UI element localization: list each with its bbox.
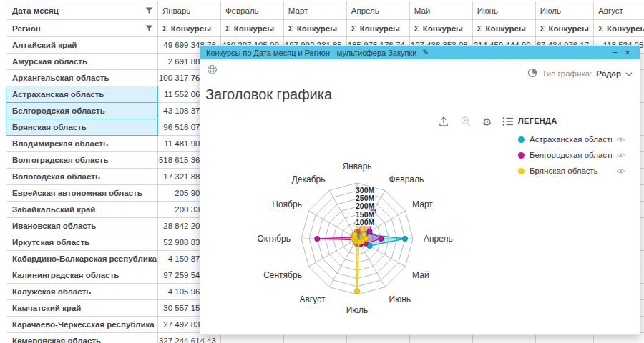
filter-icon[interactable]	[145, 25, 153, 32]
region-cell[interactable]: Еврейская автономная область	[6, 185, 158, 202]
radar-ring-label: 150M	[356, 210, 375, 219]
minimize-button[interactable]: –	[608, 46, 621, 59]
legend-item[interactable]: Брянская область	[518, 163, 625, 179]
region-cell[interactable]: Белгородская область	[6, 103, 158, 119]
radar-month-label: Апрель	[424, 234, 453, 244]
region-cell[interactable]: Кабардино-Балкарская республика	[6, 251, 158, 267]
visibility-eye-icon[interactable]	[616, 168, 625, 174]
region-cell[interactable]: Калининградская область	[6, 267, 158, 284]
radar-month-label: Июль	[346, 305, 369, 315]
legend-items: Астраханская областьБелгородская область…	[518, 131, 625, 179]
month-header[interactable]: Февраль	[220, 1, 283, 20]
measure-header-row: РегионΣКонкурсыΣКонкурсыΣКонкурсыΣКонкур…	[6, 20, 644, 37]
visibility-eye-icon[interactable]	[616, 136, 625, 143]
measure-header[interactable]: ΣКонкурсы	[220, 20, 283, 37]
legend-title: ЛЕГЕНДА	[518, 116, 625, 125]
region-cell[interactable]: Алтайский край	[6, 37, 158, 54]
chart-type-icon	[527, 68, 537, 79]
radar-month-label: Январь	[342, 161, 371, 172]
radar-month-label: Сентябрь	[263, 270, 302, 280]
chevron-down-icon	[625, 69, 633, 78]
legend-item[interactable]: Белгородская область	[518, 147, 625, 163]
export-button[interactable]	[438, 116, 449, 127]
radar-month-label: Декабрь	[292, 174, 326, 184]
radar-point	[352, 232, 357, 237]
chart-toolbar: ⚙	[438, 116, 514, 127]
settings-gear-icon[interactable]: ⚙	[482, 116, 492, 127]
region-cell[interactable]: Кемеровская область	[6, 333, 158, 343]
radar-point	[367, 229, 372, 234]
radar-point	[402, 236, 407, 241]
filter-icon[interactable]	[145, 7, 153, 14]
radar-point	[379, 236, 384, 241]
chart-legend: ЛЕГЕНДА Астраханская областьБелгородская…	[518, 116, 625, 179]
radar-month-label: Август	[299, 294, 326, 304]
legend-label: Брянская область	[530, 166, 612, 175]
month-header[interactable]: Июль	[535, 1, 594, 20]
radar-ring-label: 200M	[356, 202, 375, 210]
legend-item[interactable]: Астраханская область	[518, 131, 625, 147]
measure-header[interactable]: ΣКонкурсы	[346, 20, 409, 37]
legend-toggle-icon[interactable]	[502, 116, 514, 126]
modal-titlebar[interactable]: Конкурсы по Дата месяц и Регион - мульти…	[200, 46, 640, 59]
series-color-dot	[518, 152, 525, 159]
radar-ring-label: 250M	[356, 194, 375, 202]
month-header[interactable]: Январь	[157, 1, 220, 20]
radar-point	[360, 227, 365, 232]
zoom-icon[interactable]	[460, 116, 472, 127]
region-cell[interactable]: Ивановская область	[6, 218, 158, 234]
region-cell[interactable]: Амурская область	[6, 54, 158, 70]
radar-chart: 100M150M200M250M300MЯнварьФевральМартАпр…	[235, 149, 479, 331]
multisphere-icon	[207, 64, 218, 78]
date-month-header[interactable]: Дата месяц	[6, 1, 158, 20]
chart-modal: Конкурсы по Дата месяц и Регион - мульти…	[200, 45, 640, 335]
edit-title-icon[interactable]: ✎	[422, 48, 429, 57]
region-cell[interactable]: Архангельская область	[6, 70, 158, 86]
radar-month-label: Февраль	[389, 174, 424, 184]
measure-header[interactable]: ΣКонкурсы	[594, 20, 644, 37]
visibility-eye-icon[interactable]	[616, 152, 625, 159]
region-cell[interactable]: Карачаево-Черкесская республика	[6, 317, 158, 333]
radar-month-label: Ноябрь	[272, 199, 302, 209]
radar-month-label: Март	[412, 199, 433, 209]
month-header[interactable]: Март	[283, 1, 346, 20]
series-color-dot	[518, 168, 525, 174]
month-header[interactable]: Июнь	[472, 1, 535, 20]
region-cell[interactable]: Камчатский край	[6, 300, 158, 317]
legend-label: Белгородская область	[530, 151, 612, 159]
month-header[interactable]: Август	[594, 1, 644, 20]
region-cell[interactable]: Астраханская область	[6, 86, 158, 103]
region-cell[interactable]: Волгоградская область	[6, 152, 158, 169]
radar-month-label: Октябрь	[257, 234, 291, 244]
radar-ring-label: 100M	[356, 218, 375, 227]
measure-header[interactable]: ΣКонкурсы	[157, 20, 220, 37]
radar-month-label: Июнь	[389, 294, 411, 304]
radar-point	[315, 236, 320, 241]
radar-point	[354, 289, 359, 294]
month-header[interactable]: Май	[409, 1, 472, 20]
region-cell[interactable]: Брянская область	[6, 119, 158, 136]
measure-header[interactable]: ΣКонкурсы	[535, 20, 594, 37]
month-header[interactable]: Апрель	[346, 1, 409, 20]
measure-header[interactable]: ΣКонкурсы	[409, 20, 472, 37]
region-header[interactable]: Регион	[6, 20, 158, 37]
radar-month-label: Май	[412, 270, 429, 280]
region-cell[interactable]: Владимирская область	[6, 136, 158, 152]
chart-type-label: Тип графика:	[542, 69, 592, 78]
chart-type-dropdown[interactable]: Тип графика: Радар	[527, 68, 633, 79]
measure-header[interactable]: ΣКонкурсы	[283, 20, 346, 37]
chart-title: Заголовок графика	[205, 86, 332, 103]
series-color-dot	[518, 136, 525, 143]
modal-body: Тип графика: Радар Заголовок графика ⚙	[200, 59, 640, 334]
region-cell[interactable]: Вологодская область	[6, 169, 158, 185]
region-cell[interactable]: Калужская область	[6, 284, 158, 300]
measure-header[interactable]: ΣКонкурсы	[472, 20, 535, 37]
radar-ring-label: 300M	[356, 186, 375, 194]
legend-label: Астраханская область	[530, 135, 612, 144]
modal-title: Конкурсы по Дата месяц и Регион - мульти…	[206, 49, 416, 57]
region-cell[interactable]: Иркутская область	[6, 234, 158, 251]
region-cell[interactable]: Забайкальский край	[6, 202, 158, 218]
close-button[interactable]: ×	[621, 46, 634, 59]
chart-type-value: Радар	[596, 69, 621, 78]
month-header-row: Дата месяцЯнварьФевральМартАпрельМайИюнь…	[6, 1, 644, 20]
